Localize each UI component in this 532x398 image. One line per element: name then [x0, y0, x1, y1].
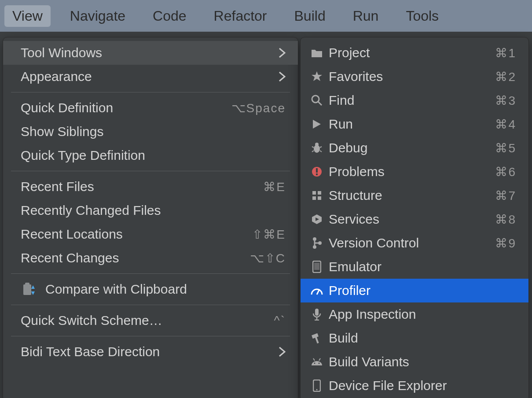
svg-marker-2: [31, 285, 35, 289]
submenu-item-label: Debug: [329, 140, 495, 155]
svg-rect-0: [23, 284, 31, 295]
svg-line-13: [320, 151, 322, 152]
svg-marker-7: [313, 120, 321, 129]
svg-rect-18: [318, 191, 321, 195]
submenu-item-profiler[interactable]: Profiler: [301, 279, 528, 302]
submenu-item-label: Build Variants: [329, 354, 516, 369]
submenu-shortcut: ⌘6: [495, 165, 516, 179]
folder-icon: [308, 48, 325, 58]
compare-clipboard-icon: [22, 283, 35, 295]
submenu-item-emulator[interactable]: Emulator: [301, 255, 528, 279]
submenu-item-label: Profiler: [329, 283, 516, 298]
menu-item-tool-windows[interactable]: Tool Windows: [3, 41, 298, 65]
submenu-item-run[interactable]: Run ⌘4: [301, 112, 528, 136]
menu-item-label: Recently Changed Files: [21, 203, 286, 218]
svg-rect-19: [312, 196, 316, 200]
svg-marker-4: [312, 71, 322, 81]
svg-marker-3: [31, 291, 35, 295]
submenu-item-services[interactable]: Services ⌘8: [301, 207, 528, 231]
menu-item-quick-switch-scheme[interactable]: Quick Switch Scheme… ^`: [3, 309, 298, 332]
emulator-icon: [308, 261, 325, 273]
hammer-icon: [308, 332, 325, 344]
device-icon: [308, 380, 325, 392]
svg-rect-15: [316, 168, 318, 173]
svg-point-25: [318, 241, 322, 245]
menu-item-appearance[interactable]: Appearance: [3, 65, 298, 88]
menu-shortcut: ⇧⌘E: [252, 227, 286, 242]
menu-item-recent-files[interactable]: Recent Files ⌘E: [3, 175, 298, 199]
menubar-item-run[interactable]: Run: [345, 5, 387, 27]
submenu-shortcut: ⌘8: [495, 212, 516, 227]
menu-separator: [11, 171, 290, 171]
svg-point-24: [313, 245, 316, 249]
svg-rect-1: [25, 283, 29, 285]
menu-item-recent-changes[interactable]: Recent Changes ⌥⇧C: [3, 246, 298, 270]
submenu-item-label: Emulator: [329, 259, 516, 274]
problems-icon: [308, 166, 325, 177]
menu-item-recent-locations[interactable]: Recent Locations ⇧⌘E: [3, 222, 298, 246]
menu-item-label: Show Siblings: [21, 124, 286, 139]
menu-item-label: Tool Windows: [21, 45, 273, 60]
submenu-shortcut: ⌘5: [495, 141, 516, 155]
menu-item-recently-changed-files[interactable]: Recently Changed Files: [3, 199, 298, 222]
menu-item-label: Recent Changes: [21, 251, 250, 265]
submenu-item-label: Project: [329, 45, 495, 60]
svg-point-9: [315, 143, 319, 146]
submenu-shortcut: ⌘1: [495, 46, 516, 60]
menu-separator: [11, 273, 290, 274]
menu-item-label: Bidi Text Base Direction: [21, 344, 273, 359]
chevron-right-icon: [279, 71, 286, 82]
svg-rect-32: [312, 333, 319, 339]
submenu-shortcut: ⌘2: [495, 70, 516, 84]
svg-point-34: [314, 363, 316, 364]
svg-rect-16: [316, 173, 318, 175]
tool-windows-submenu: Project ⌘1 Favorites ⌘2 Find ⌘3 Run ⌘4: [300, 37, 529, 398]
submenu-item-label: Services: [329, 212, 495, 227]
vcs-icon: [308, 237, 325, 249]
submenu-item-structure[interactable]: Structure ⌘7: [301, 184, 528, 207]
svg-line-36: [313, 358, 315, 361]
menubar-item-view[interactable]: View: [4, 5, 51, 27]
menu-item-show-siblings[interactable]: Show Siblings: [3, 120, 298, 144]
menu-separator: [11, 305, 290, 305]
star-icon: [308, 71, 325, 82]
menubar-item-code[interactable]: Code: [145, 5, 194, 27]
menu-shortcut: ⌥Space: [231, 101, 286, 115]
submenu-item-label: Version Control: [329, 236, 495, 251]
android-icon: [308, 357, 325, 366]
chevron-right-icon: [279, 346, 286, 357]
submenu-item-problems[interactable]: Problems ⌘6: [301, 160, 528, 184]
menubar-item-build[interactable]: Build: [286, 5, 334, 27]
profiler-icon: [308, 286, 325, 295]
submenu-item-debug[interactable]: Debug ⌘5: [301, 136, 528, 160]
menu-item-quick-type-definition[interactable]: Quick Type Definition: [3, 144, 298, 167]
svg-rect-33: [315, 336, 319, 343]
menu-item-quick-definition[interactable]: Quick Definition ⌥Space: [3, 96, 298, 120]
svg-point-35: [319, 363, 320, 364]
svg-line-37: [319, 358, 320, 361]
play-icon: [308, 119, 325, 129]
submenu-shortcut: ⌘9: [495, 236, 516, 251]
svg-point-5: [312, 96, 319, 103]
submenu-item-favorites[interactable]: Favorites ⌘2: [301, 65, 528, 88]
submenu-item-build[interactable]: Build: [301, 326, 528, 350]
menubar-item-tools[interactable]: Tools: [398, 5, 447, 27]
services-icon: [308, 214, 325, 225]
menu-item-label: Recent Locations: [21, 227, 252, 242]
submenu-item-version-control[interactable]: Version Control ⌘9: [301, 231, 528, 255]
submenu-item-label: Structure: [329, 188, 495, 203]
submenu-item-project[interactable]: Project ⌘1: [301, 41, 528, 65]
menu-item-compare-with-clipboard[interactable]: Compare with Clipboard: [3, 277, 298, 301]
menu-item-bidi-text-base-direction[interactable]: Bidi Text Base Direction: [3, 340, 298, 364]
svg-rect-27: [314, 263, 319, 270]
menubar-item-refactor[interactable]: Refactor: [206, 5, 275, 27]
menubar: View Navigate Code Refactor Build Run To…: [0, 0, 532, 32]
menubar-item-navigate[interactable]: Navigate: [62, 5, 133, 27]
submenu-item-app-inspection[interactable]: App Inspection: [301, 302, 528, 326]
submenu-item-find[interactable]: Find ⌘3: [301, 88, 528, 112]
submenu-shortcut: ⌘3: [495, 93, 516, 108]
svg-rect-29: [315, 309, 319, 316]
menu-separator: [11, 92, 290, 92]
submenu-item-build-variants[interactable]: Build Variants: [301, 350, 528, 374]
submenu-item-device-file-explorer[interactable]: Device File Explorer: [301, 374, 528, 398]
